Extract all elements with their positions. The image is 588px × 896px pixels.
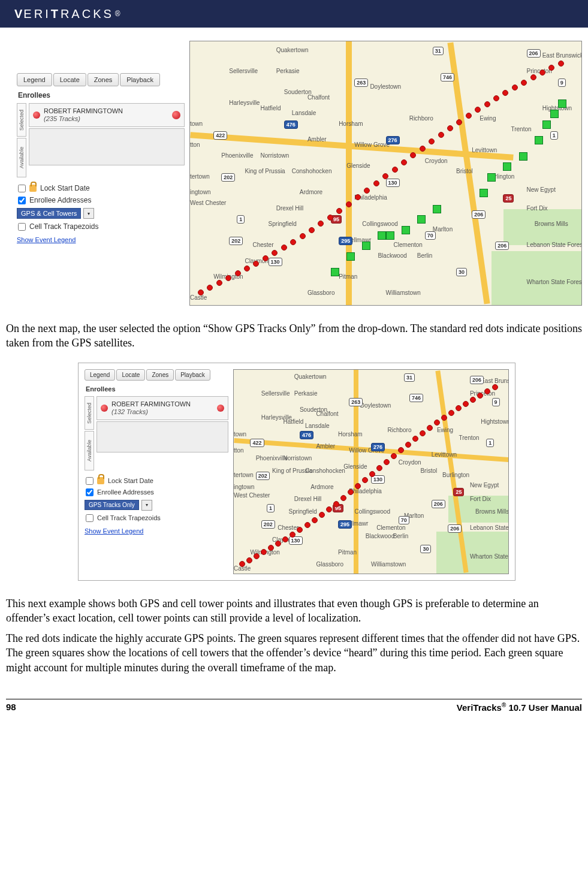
map-2[interactable]: QuakertownSellersvillePerkasieSoudertonD… xyxy=(233,369,509,574)
lock-icon xyxy=(29,185,37,192)
chevron-down-icon[interactable]: ▾ xyxy=(83,208,94,219)
enrollee-addresses-label-2: Enrollee Addresses xyxy=(97,488,154,496)
chevron-down-icon-2[interactable]: ▾ xyxy=(141,500,152,511)
gps-point xyxy=(463,401,469,407)
gps-point xyxy=(281,245,287,251)
gps-point xyxy=(297,527,303,533)
gps-point xyxy=(558,61,564,67)
gps-point xyxy=(336,208,342,214)
map-label: Ardmore xyxy=(300,189,322,195)
tab-locate[interactable]: Locate xyxy=(53,73,86,86)
gps-point xyxy=(391,453,397,459)
paragraph-1: On the next map, the user selected the o… xyxy=(6,321,582,351)
route-shield: 746 xyxy=(409,394,423,402)
map-label: town xyxy=(190,120,203,127)
route-shield: 25 xyxy=(453,488,464,496)
map-label: Philadelphia xyxy=(349,488,382,494)
cell-tower-point xyxy=(558,99,566,108)
cell-trapezoids-label-2: Cell Track Trapezoids xyxy=(97,514,161,521)
show-event-legend-link[interactable]: Show Event Legend xyxy=(17,236,76,243)
gps-point xyxy=(327,215,333,221)
show-event-legend-link-2[interactable]: Show Event Legend xyxy=(85,527,143,535)
map-label: tton xyxy=(190,141,200,148)
map-1[interactable]: QuakertownSellersvillePerkasieSoudertonD… xyxy=(189,41,582,306)
gps-point xyxy=(470,397,476,403)
figure-2: Legend Locate Zones Playback Enrollees S… xyxy=(85,369,509,574)
cell-trapezoids-checkbox-2[interactable] xyxy=(86,514,94,522)
enrollee-dot-icon xyxy=(33,111,40,119)
route-shield: 276 xyxy=(371,443,385,451)
map-label: Castle xyxy=(190,294,207,301)
lock-start-checkbox[interactable] xyxy=(18,185,26,192)
available-side-label-2: Available xyxy=(85,431,94,470)
route-shield: 422 xyxy=(250,439,264,447)
map-label: Glassboro xyxy=(307,289,335,296)
map-label: Trenton xyxy=(511,126,531,132)
gps-point xyxy=(448,410,454,416)
gps-point xyxy=(427,425,433,431)
panel-1: Legend Locate Zones Playback Enrollees S… xyxy=(17,73,185,244)
cell-tower-point xyxy=(487,173,496,182)
map-label: Ewing xyxy=(437,427,453,433)
enrollees-heading-2: Enrollees xyxy=(86,385,228,393)
cell-trapezoids-checkbox[interactable] xyxy=(18,223,26,231)
gps-point xyxy=(434,420,440,426)
map-label: Quakertown xyxy=(276,47,309,53)
cell-tower-point xyxy=(362,242,370,250)
map-label: Sellersville xyxy=(261,390,290,397)
lock-start-label-2: Lock Start Date xyxy=(108,477,153,484)
tracks-dropdown-1[interactable]: GPS & Cell Towers xyxy=(17,208,81,219)
selected-side-label: Selected xyxy=(17,103,26,137)
enrollee-addresses-checkbox[interactable] xyxy=(18,197,26,204)
route-shield: 31 xyxy=(404,373,415,382)
tab-playback-2[interactable]: Playback xyxy=(175,369,210,381)
lock-start-checkbox-2[interactable] xyxy=(86,477,94,485)
map-label: Chalfont xyxy=(307,94,330,101)
gps-point xyxy=(272,250,278,256)
tab-playback[interactable]: Playback xyxy=(120,73,160,86)
available-enrollees-empty[interactable] xyxy=(29,128,185,165)
status-dot-icon xyxy=(172,111,180,119)
enrollee-row-selected[interactable]: ROBERT FARMINGTOWN (235 Tracks) xyxy=(29,103,185,127)
tab-legend-2[interactable]: Legend xyxy=(85,369,115,381)
panel-2-options: Lock Start Date Enrollee Addresses GPS T… xyxy=(85,475,228,535)
gps-point xyxy=(275,541,281,547)
route-shield: 263 xyxy=(349,398,363,406)
tab-locate-2[interactable]: Locate xyxy=(116,369,145,381)
map-label: Conshohocken xyxy=(305,467,345,474)
map-label: town xyxy=(234,431,246,438)
enrollee-addresses-label: Enrollee Addresses xyxy=(29,196,91,204)
map-label: Perkasie xyxy=(294,390,318,397)
route-shield: 130 xyxy=(386,179,400,187)
enrollee-addresses-checkbox-2[interactable] xyxy=(86,488,94,496)
map-label: Williamstown xyxy=(386,289,421,296)
brand-name: ERITRACKS xyxy=(23,7,113,21)
map-label: Berlin xyxy=(393,533,409,539)
map-label: Clementon xyxy=(394,242,423,248)
map-label: Fort Dix xyxy=(470,496,491,502)
tab-zones-2[interactable]: Zones xyxy=(146,369,174,381)
figure-2-border: Legend Locate Zones Playback Enrollees S… xyxy=(78,363,515,581)
gps-point xyxy=(475,107,481,113)
map-label: Burlington xyxy=(442,472,469,478)
paragraph-2: This next example shows both GPS and cel… xyxy=(6,596,582,626)
map-label: New Egypt xyxy=(470,482,499,488)
tab-zones[interactable]: Zones xyxy=(88,73,119,86)
map-label: Lansdale xyxy=(305,423,330,429)
gps-point xyxy=(326,506,332,512)
map-label: tertown xyxy=(190,173,210,180)
map-label: Levittown xyxy=(472,147,497,153)
gps-point xyxy=(493,95,499,101)
map-label: Richboro xyxy=(387,427,411,433)
tab-legend[interactable]: Legend xyxy=(17,73,52,86)
route-shield: 130 xyxy=(269,258,282,266)
map-label: New Egypt xyxy=(527,186,556,193)
route-shield: 206 xyxy=(472,210,486,219)
map-label: Doylestown xyxy=(360,402,391,409)
available-enrollees-empty-2[interactable] xyxy=(97,421,228,452)
route-shield: 30 xyxy=(420,545,431,553)
map-label: West Chester xyxy=(190,200,226,206)
cell-tower-point xyxy=(480,189,488,197)
tracks-dropdown-2[interactable]: GPS Tracks Only xyxy=(85,500,139,510)
enrollee-row-selected-2[interactable]: ROBERT FARMINGTOWN (132 Tracks) xyxy=(97,396,228,420)
